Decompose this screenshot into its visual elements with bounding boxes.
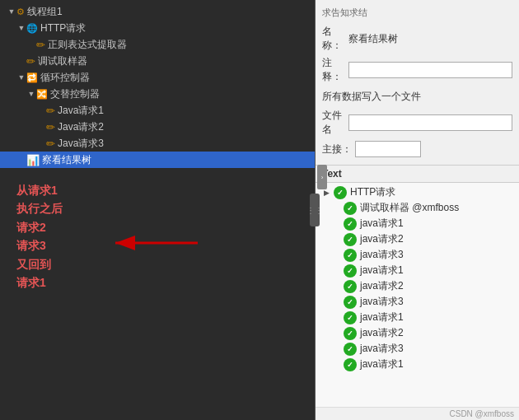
name-value: 察看结果树 (348, 32, 512, 46)
expand-icon-java1 (36, 105, 46, 115)
watermark: CSDN @xmfboss (316, 407, 519, 420)
java1-icon: ✏ (46, 105, 55, 117)
form-name-row: 名称： 察看结果树 (322, 25, 512, 53)
expand-icon-loop[interactable]: ▼ (16, 72, 26, 82)
tree-item-loop[interactable]: ▼ 🔁 循环控制器 (0, 69, 315, 86)
result-check-6: ✓ (344, 296, 357, 309)
results-tree[interactable]: ▶ ✓ HTTP请求 ✓ 调试取样器 @xmfboss ✓ java请求1 ✓ … (316, 183, 519, 407)
expand-icon-switch[interactable]: ▼ (26, 89, 36, 99)
text-section-header: Text (316, 166, 519, 183)
annotation-line-3: 请求2 (16, 218, 63, 236)
expand-icon-java2 (36, 122, 46, 132)
tree-item-java2[interactable]: ✏ Java请求2 (0, 119, 315, 135)
right-panel: 求告知求结 名称： 察看结果树 注释： 所有数据写入一个文件 文件名 主接： ›… (316, 0, 519, 420)
name-label: 名称： (322, 25, 348, 53)
result-check-8: ✓ (344, 327, 357, 340)
expand-icon-debug (16, 56, 26, 66)
comment-input[interactable] (348, 62, 512, 78)
result-java8[interactable]: ✓ java请求2 (316, 325, 519, 341)
annotation-line-2: 执行之后 (16, 199, 63, 217)
tree-label-thread-group: 线程组1 (27, 5, 63, 19)
result-expand-http[interactable]: ▶ (324, 189, 334, 197)
expand-icon-http[interactable]: ▼ (16, 23, 26, 33)
view-icon: 📊 (26, 154, 40, 166)
form-title-row: 求告知求结 (322, 3, 512, 21)
left-panel: ▼ ⚙ 线程组1 ▼ 🌐 HTTP请求 ✏ 正则表达式提取器 ✏ 调试取样器 (0, 0, 316, 420)
expand-icon-thread[interactable]: ▼ (7, 7, 16, 16)
filename-label: 文件名 (322, 109, 348, 137)
result-debug[interactable]: ✓ 调试取样器 @xmfboss (316, 200, 519, 216)
tree-label-java1: Java请求1 (58, 104, 104, 118)
result-java7[interactable]: ✓ java请求1 (316, 310, 519, 325)
result-check-7: ✓ (344, 311, 357, 324)
loop-icon: 🔁 (26, 72, 38, 83)
annotation-line-4: 请求3 (16, 236, 63, 254)
result-java8-label: java请求2 (360, 326, 404, 340)
tree-item-view-results[interactable]: 📊 察看结果树 (0, 152, 315, 168)
annotation-line-5: 又回到 (16, 255, 63, 273)
result-check-10: ✓ (344, 358, 357, 371)
result-check-3: ✓ (344, 249, 357, 262)
result-http-label: HTTP请求 (350, 185, 395, 199)
result-java5[interactable]: ✓ java请求2 (316, 278, 519, 294)
result-java9[interactable]: ✓ java请求3 (316, 341, 519, 357)
form-comment-row: 注释： (322, 56, 512, 84)
tree-label-loop: 循环控制器 (40, 71, 90, 85)
expand-icon-java3 (36, 138, 46, 148)
result-http-icon: ✓ (334, 186, 347, 199)
annotation-line-1: 从请求1 (16, 181, 63, 199)
http-icon: 🌐 (26, 23, 38, 34)
annotation-area: 从请求1 执行之后 请求2 请求3 又回到 请求1 (16, 181, 63, 292)
result-http[interactable]: ▶ ✓ HTTP请求 (316, 184, 519, 200)
panel-divider[interactable]: ⋮⋮ (310, 194, 320, 226)
result-java2-label: java请求2 (360, 232, 404, 246)
watermark-text: CSDN @xmfboss (450, 409, 515, 418)
annotation-line-6: 请求1 (16, 273, 63, 292)
result-check-2: ✓ (344, 233, 357, 246)
regex-icon: ✏ (36, 39, 45, 51)
form-area: 求告知求结 名称： 察看结果树 注释： 所有数据写入一个文件 文件名 主接： › (316, 0, 519, 166)
result-debug-label: 调试取样器 @xmfboss (360, 201, 459, 215)
result-java4[interactable]: ✓ java请求1 (316, 263, 519, 278)
filename-input[interactable] (348, 114, 512, 131)
debug-icon: ✏ (26, 55, 35, 68)
result-java2[interactable]: ✓ java请求2 (316, 231, 519, 247)
result-java10-label: java请求1 (360, 357, 404, 371)
result-check-5: ✓ (344, 280, 357, 293)
tree-item-switch[interactable]: ▼ 🔀 交替控制器 (0, 86, 315, 102)
java3-icon: ✏ (46, 138, 55, 150)
tree-item-java3[interactable]: ✏ Java请求3 (0, 135, 315, 152)
result-java7-label: java请求1 (360, 310, 404, 324)
tree-label-http: HTTP请求 (40, 21, 86, 35)
thread-icon: ⚙ (16, 7, 25, 17)
tree-item-java1[interactable]: ✏ Java请求1 (0, 102, 315, 119)
collapse-arrow[interactable]: › (317, 165, 327, 189)
result-check-9: ✓ (344, 343, 357, 356)
switch-icon: 🔀 (36, 89, 48, 100)
result-java3-label: java请求3 (360, 248, 404, 262)
tree-item-regex[interactable]: ✏ 正则表达式提取器 (0, 36, 315, 53)
comment-label: 注释： (322, 56, 348, 84)
tree-item-thread-group[interactable]: ▼ ⚙ 线程组1 (0, 3, 315, 20)
result-java1[interactable]: ✓ java请求1 (316, 216, 519, 231)
result-java10[interactable]: ✓ java请求1 (316, 357, 519, 372)
expand-icon-regex (26, 40, 36, 49)
filename-row: 文件名 (322, 109, 512, 137)
tree-item-http[interactable]: ▼ 🌐 HTTP请求 (0, 20, 315, 36)
all-data-row: 所有数据写入一个文件 (322, 87, 512, 105)
result-java1-label: java请求1 (360, 217, 404, 231)
all-data-label: 所有数据写入一个文件 (322, 88, 421, 105)
tree-label-debug: 调试取样器 (38, 54, 87, 68)
tree-label-java2: Java请求2 (58, 120, 104, 134)
tree-item-debug[interactable]: ✏ 调试取样器 (0, 53, 315, 69)
result-java9-label: java请求3 (360, 342, 404, 356)
result-java5-label: java请求2 (360, 279, 404, 293)
section-input[interactable] (355, 141, 421, 157)
section-label: 主接： (322, 142, 355, 156)
tree-label-java3: Java请求3 (58, 137, 104, 151)
result-check-1: ✓ (344, 217, 357, 231)
form-title: 求告知求结 (322, 5, 367, 21)
result-java6[interactable]: ✓ java请求3 (316, 294, 519, 310)
red-arrow (107, 231, 206, 258)
result-java3[interactable]: ✓ java请求3 (316, 247, 519, 263)
